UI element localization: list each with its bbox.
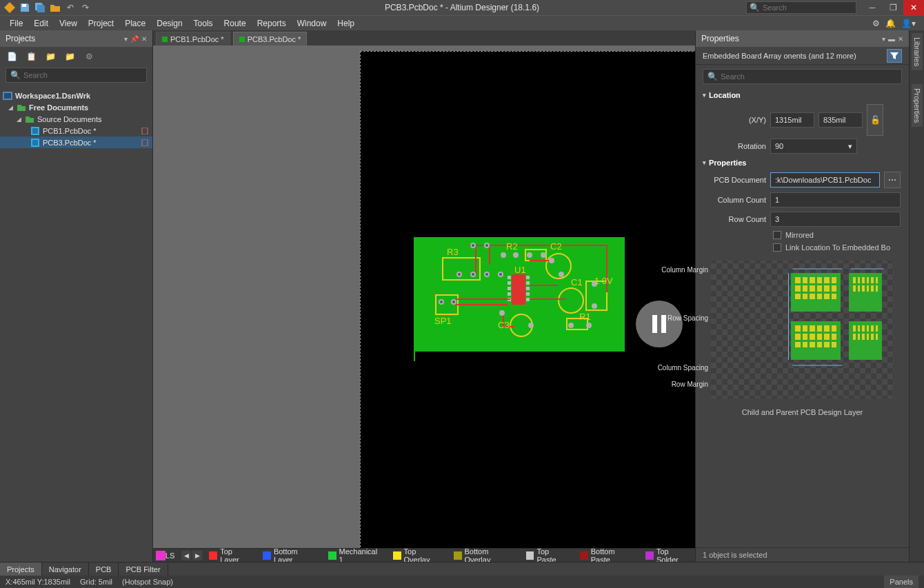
- properties-search[interactable]: 🔍: [703, 69, 902, 84]
- colcount-label: Column Count: [704, 196, 766, 204]
- user-icon[interactable]: 👤▾: [901, 19, 916, 28]
- tree-workspace[interactable]: Workspace1.DsnWrk: [0, 90, 152, 101]
- layer-nav-next[interactable]: ▶: [192, 551, 202, 560]
- close-button[interactable]: ✕: [903, 0, 924, 15]
- layer-swatch[interactable]: [393, 551, 401, 560]
- browse-button[interactable]: ⋯: [884, 172, 901, 188]
- properties-search-input[interactable]: [721, 72, 897, 81]
- layer-tab[interactable]: Bottom Paste: [591, 548, 636, 562]
- panel-pin-icon[interactable]: 📌: [130, 35, 139, 43]
- lock-button[interactable]: 🔓: [867, 104, 883, 136]
- folder-add-icon[interactable]: 📁: [63, 50, 76, 63]
- pcbdoc-input[interactable]: :k\Downloads\PCB1.PcbDoc: [770, 172, 880, 187]
- minimize-button[interactable]: ─: [862, 0, 883, 15]
- menu-window[interactable]: Window: [292, 16, 332, 31]
- bottom-tab-pcbfilter[interactable]: PCB Filter: [119, 562, 168, 576]
- menu-reports[interactable]: Reports: [252, 16, 292, 31]
- y-input[interactable]: 835mil: [818, 112, 863, 128]
- menu-file[interactable]: File: [4, 16, 28, 31]
- bottom-tab-navigator[interactable]: Navigator: [42, 562, 89, 576]
- new-doc-icon[interactable]: 📄: [6, 50, 18, 63]
- panel-close-icon[interactable]: ✕: [898, 35, 903, 43]
- rowcount-input[interactable]: 3: [770, 212, 901, 227]
- menu-edit[interactable]: Edit: [28, 16, 54, 31]
- panel-dropdown-icon[interactable]: ▾: [882, 35, 885, 43]
- projects-search-input[interactable]: [23, 71, 142, 79]
- section-location[interactable]: Location: [696, 88, 909, 102]
- layer-set-label[interactable]: LS: [165, 551, 174, 560]
- document-tab[interactable]: PCB3.PcbDoc *: [233, 32, 308, 45]
- panel-close-icon[interactable]: ✕: [141, 35, 147, 43]
- bottom-tab-pcb[interactable]: PCB: [89, 562, 119, 576]
- global-search[interactable]: 🔍: [746, 1, 856, 14]
- layer-swatch[interactable]: [580, 551, 588, 560]
- layer-swatch[interactable]: [209, 551, 217, 560]
- save-all-icon[interactable]: [34, 2, 46, 13]
- filter-button[interactable]: [887, 49, 902, 63]
- section-properties[interactable]: Properties: [696, 156, 909, 170]
- svg-point-44: [568, 323, 574, 328]
- libraries-tab[interactable]: Libraries: [912, 33, 923, 70]
- layer-tab[interactable]: Bottom Layer: [274, 548, 319, 562]
- pause-overlay-button[interactable]: [636, 301, 683, 347]
- menu-project[interactable]: Project: [83, 16, 119, 31]
- layer-tab[interactable]: Mechanical 1: [339, 548, 383, 562]
- maximize-button[interactable]: ❐: [883, 0, 903, 15]
- projects-tree[interactable]: Workspace1.DsnWrk ◢ Free Documents ◢ Sou…: [0, 87, 152, 562]
- projects-panel-header: Projects ▾ 📌 ✕: [0, 30, 152, 47]
- expand-icon[interactable]: ◢: [8, 104, 15, 111]
- layer-tab[interactable]: Top Solder: [656, 548, 692, 562]
- menu-tools[interactable]: Tools: [188, 16, 219, 31]
- document-tab[interactable]: PCB1.PcbDoc *: [156, 32, 230, 45]
- tree-free-documents[interactable]: ◢ Free Documents: [0, 101, 152, 113]
- colcount-input[interactable]: 1: [770, 192, 901, 207]
- bottom-tab-projects[interactable]: Projects: [0, 562, 42, 576]
- properties-tab[interactable]: Properties: [912, 84, 923, 127]
- layer-tab[interactable]: Top Layer: [220, 548, 253, 562]
- folder-icon[interactable]: 📁: [44, 50, 57, 63]
- svg-point-35: [541, 252, 546, 258]
- layer-tab[interactable]: Top Paste: [536, 548, 570, 562]
- save-icon[interactable]: [19, 2, 30, 13]
- open-folder-icon[interactable]: [50, 2, 61, 13]
- svg-text:U1: U1: [514, 265, 526, 275]
- panel-dropdown-icon[interactable]: ▾: [124, 35, 128, 43]
- layer-swatch[interactable]: [328, 551, 337, 560]
- projects-search[interactable]: 🔍: [6, 68, 147, 83]
- menu-place[interactable]: Place: [119, 16, 151, 31]
- linklocation-check[interactable]: Link Location To Embedded Bo: [696, 241, 909, 254]
- expand-icon[interactable]: ◢: [17, 116, 23, 123]
- properties-title: Properties: [701, 34, 739, 43]
- notifications-icon[interactable]: 🔔: [885, 19, 896, 28]
- panel-pin-icon[interactable]: ▬: [888, 35, 895, 43]
- layer-swatch[interactable]: [526, 551, 534, 560]
- panels-button[interactable]: Panels: [884, 576, 918, 588]
- x-input[interactable]: 1315mil: [770, 112, 814, 128]
- layer-swatch[interactable]: [263, 551, 271, 560]
- copy-icon[interactable]: 📋: [25, 50, 37, 63]
- tree-file[interactable]: PCB1.PcbDoc *: [0, 125, 152, 136]
- pcb-canvas[interactable]: ✥ ▭ 📊 ⟋ △ ● ▪ 🖼 ↔ A ╱: [153, 45, 695, 548]
- redo-icon[interactable]: ↷: [80, 2, 91, 13]
- rotation-select[interactable]: 90▾: [770, 139, 857, 154]
- layer-tab[interactable]: Top Overlay: [404, 548, 444, 562]
- global-search-input[interactable]: [763, 3, 853, 12]
- settings-gear-icon[interactable]: ⚙: [83, 50, 95, 63]
- menu-view[interactable]: View: [54, 16, 83, 31]
- tree-file[interactable]: PCB3.PcbDoc *: [0, 136, 152, 148]
- svg-text:C2: C2: [550, 241, 562, 252]
- layer-swatch[interactable]: [645, 551, 654, 560]
- pcb-board-render[interactable]: R3 R2 C2 U1 C1 1 0V SP1 C3 R1: [414, 237, 625, 352]
- undo-icon[interactable]: ↶: [65, 2, 76, 13]
- settings-icon[interactable]: ⚙: [872, 19, 880, 28]
- mirrored-check[interactable]: Mirrored: [696, 229, 909, 241]
- tree-source-documents[interactable]: ◢ Source Documents: [0, 113, 152, 125]
- menu-design[interactable]: Design: [151, 16, 188, 31]
- menu-route[interactable]: Route: [219, 16, 252, 31]
- layer-tab[interactable]: Bottom Overlay: [465, 548, 516, 562]
- layer-nav-prev[interactable]: ◀: [181, 551, 191, 560]
- layer-swatch[interactable]: [454, 551, 462, 560]
- menu-help[interactable]: Help: [332, 16, 360, 31]
- colmargin-label: Column Margin: [661, 266, 711, 274]
- layer-set-swatch[interactable]: [156, 551, 165, 560]
